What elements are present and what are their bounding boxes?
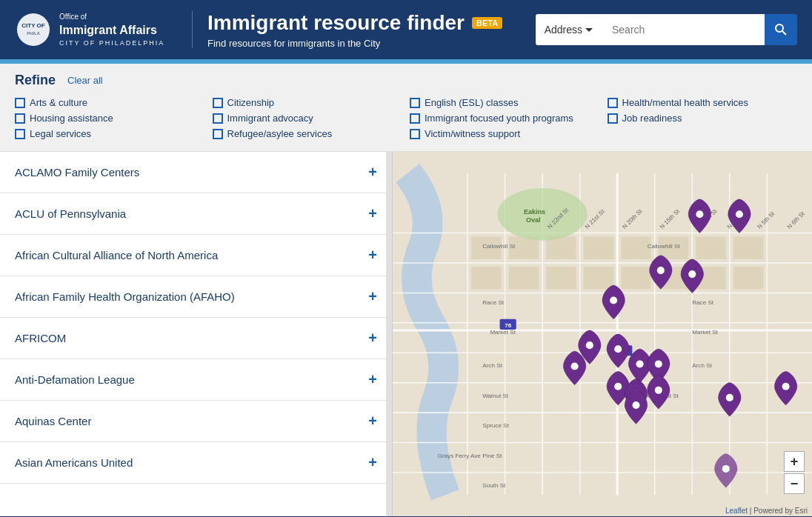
svg-point-86 bbox=[782, 383, 790, 390]
list-item-name: AFRICOM bbox=[15, 332, 66, 344]
search-input[interactable] bbox=[602, 14, 765, 45]
expand-icon[interactable]: + bbox=[368, 164, 377, 181]
logo-text: Office of Immigrant Affairs CITY OF PHIL… bbox=[59, 12, 164, 48]
filter-label-refugee: Refugee/asylee services bbox=[227, 128, 333, 139]
filter-checkbox-english[interactable] bbox=[410, 98, 420, 108]
svg-point-0 bbox=[17, 13, 50, 46]
svg-point-4 bbox=[776, 24, 783, 32]
svg-rect-35 bbox=[471, 267, 501, 289]
list-item[interactable]: Anti-Defamation League + bbox=[0, 359, 392, 401]
svg-point-72 bbox=[696, 210, 703, 218]
svg-point-76 bbox=[610, 296, 617, 304]
svg-text:Callowhill St: Callowhill St bbox=[648, 243, 681, 250]
svg-text:Race St: Race St bbox=[692, 299, 713, 306]
svg-rect-29 bbox=[546, 237, 576, 259]
filter-item-immigrant_youth[interactable]: Immigrant focused youth programs bbox=[410, 113, 600, 124]
svg-text:Arch St: Arch St bbox=[482, 362, 502, 369]
svg-point-80 bbox=[636, 360, 643, 367]
filter-checkbox-arts[interactable] bbox=[15, 98, 25, 108]
filter-item-immigrant_advocacy[interactable]: Immigrant advocacy bbox=[213, 113, 403, 124]
filter-checkbox-legal[interactable] bbox=[15, 129, 25, 139]
filter-label-immigrant_advocacy: Immigrant advocacy bbox=[227, 113, 313, 124]
main-content: ACLAMO Family Centers + ACLU of Pennsylv… bbox=[0, 152, 812, 516]
svg-text:Oval: Oval bbox=[526, 216, 541, 224]
logo-main: Immigrant Affairs bbox=[59, 22, 164, 39]
chevron-down-icon bbox=[585, 26, 593, 33]
zoom-in-button[interactable]: + bbox=[784, 451, 805, 472]
svg-point-88 bbox=[722, 465, 730, 473]
svg-point-84 bbox=[655, 387, 662, 394]
list-item[interactable]: ACLU of Pennsylvania + bbox=[0, 193, 392, 235]
filter-grid: Arts & culture Citizenship English (ESL)… bbox=[15, 97, 797, 139]
filter-checkbox-citizenship[interactable] bbox=[213, 98, 223, 108]
list-item[interactable]: African Cultural Alliance of North Ameri… bbox=[0, 235, 392, 276]
svg-text:PHILA: PHILA bbox=[27, 31, 39, 36]
svg-rect-33 bbox=[696, 237, 725, 259]
svg-text:Market St: Market St bbox=[692, 329, 718, 336]
esri-attribution: | Powered by Esri bbox=[748, 507, 808, 515]
address-dropdown[interactable]: Address bbox=[536, 14, 602, 45]
filter-item-housing[interactable]: Housing assistance bbox=[15, 113, 205, 124]
filter-label-citizenship: Citizenship bbox=[227, 97, 275, 108]
filter-item-citizenship[interactable]: Citizenship bbox=[213, 97, 403, 108]
filter-item-job[interactable]: Job readiness bbox=[608, 113, 798, 124]
list-item[interactable]: African Family Health Organization (AFAH… bbox=[0, 276, 392, 318]
beta-badge: BETA bbox=[472, 17, 502, 29]
svg-point-73 bbox=[736, 210, 743, 218]
zoom-out-button[interactable]: − bbox=[784, 473, 805, 494]
filter-item-english[interactable]: English (ESL) classes bbox=[410, 97, 600, 108]
filter-checkbox-job[interactable] bbox=[608, 113, 618, 124]
expand-icon[interactable]: + bbox=[368, 454, 377, 471]
map-view[interactable]: Eakins Oval 76 611 N 6th St N 5th St N 8… bbox=[393, 152, 812, 516]
expand-icon[interactable]: + bbox=[368, 247, 377, 264]
expand-icon[interactable]: + bbox=[368, 371, 377, 388]
filter-checkbox-housing[interactable] bbox=[15, 113, 25, 124]
svg-text:Pine St: Pine St bbox=[482, 453, 502, 459]
filter-checkbox-immigrant_advocacy[interactable] bbox=[213, 113, 223, 124]
list-item-name: ACLAMO Family Centers bbox=[15, 166, 139, 179]
list-item[interactable]: Asian Americans United + bbox=[0, 442, 392, 484]
svg-point-85 bbox=[726, 394, 733, 401]
logo-city: CITY OF PHILADELPHIA bbox=[59, 39, 164, 48]
svg-rect-36 bbox=[509, 267, 539, 289]
svg-point-75 bbox=[688, 270, 696, 278]
svg-rect-38 bbox=[584, 267, 613, 289]
filter-item-refugee[interactable]: Refugee/asylee services bbox=[213, 128, 403, 139]
page-subtitle: Find resources for immigrants in the Cit… bbox=[207, 38, 521, 49]
svg-rect-39 bbox=[621, 267, 650, 289]
svg-rect-30 bbox=[584, 237, 613, 259]
search-button[interactable] bbox=[765, 14, 797, 45]
filter-item-victim[interactable]: Victim/witness support bbox=[410, 128, 600, 139]
scroll-track[interactable] bbox=[386, 152, 392, 516]
filter-checkbox-immigrant_youth[interactable] bbox=[410, 113, 420, 124]
svg-text:Callowhill St: Callowhill St bbox=[482, 243, 516, 250]
filter-label-health: Health/mental health services bbox=[622, 97, 749, 108]
refine-panel: Refine Clear all Arts & culture Citizens… bbox=[0, 64, 812, 152]
svg-point-79 bbox=[614, 345, 622, 353]
list-item-name: ACLU of Pennsylvania bbox=[15, 207, 126, 220]
svg-line-5 bbox=[782, 31, 786, 35]
svg-text:Grays Ferry Ave: Grays Ferry Ave bbox=[438, 453, 482, 459]
leaflet-link[interactable]: Leaflet bbox=[725, 507, 748, 515]
filter-checkbox-health[interactable] bbox=[608, 98, 618, 108]
filter-label-arts: Arts & culture bbox=[30, 97, 87, 108]
svg-text:Arch St: Arch St bbox=[692, 362, 712, 369]
expand-icon[interactable]: + bbox=[368, 205, 377, 222]
filter-item-arts[interactable]: Arts & culture bbox=[15, 97, 205, 108]
list-item[interactable]: AFRICOM + bbox=[0, 318, 392, 359]
svg-rect-42 bbox=[733, 267, 763, 289]
filter-item-health[interactable]: Health/mental health services bbox=[608, 97, 798, 108]
filter-checkbox-victim[interactable] bbox=[410, 129, 420, 139]
expand-icon[interactable]: + bbox=[368, 288, 377, 305]
expand-icon[interactable]: + bbox=[368, 413, 377, 430]
clear-all-link[interactable]: Clear all bbox=[67, 75, 103, 86]
filter-checkbox-refugee[interactable] bbox=[213, 129, 223, 139]
svg-text:Race St: Race St bbox=[482, 299, 504, 306]
filter-label-legal: Legal services bbox=[30, 128, 91, 139]
expand-icon[interactable]: + bbox=[368, 330, 377, 347]
list-item[interactable]: Aquinas Center + bbox=[0, 401, 392, 442]
map-panel[interactable]: Eakins Oval 76 611 N 6th St N 5th St N 8… bbox=[393, 152, 812, 516]
filter-label-job: Job readiness bbox=[622, 113, 682, 124]
filter-item-legal[interactable]: Legal services bbox=[15, 128, 205, 139]
list-item[interactable]: ACLAMO Family Centers + bbox=[0, 152, 392, 193]
